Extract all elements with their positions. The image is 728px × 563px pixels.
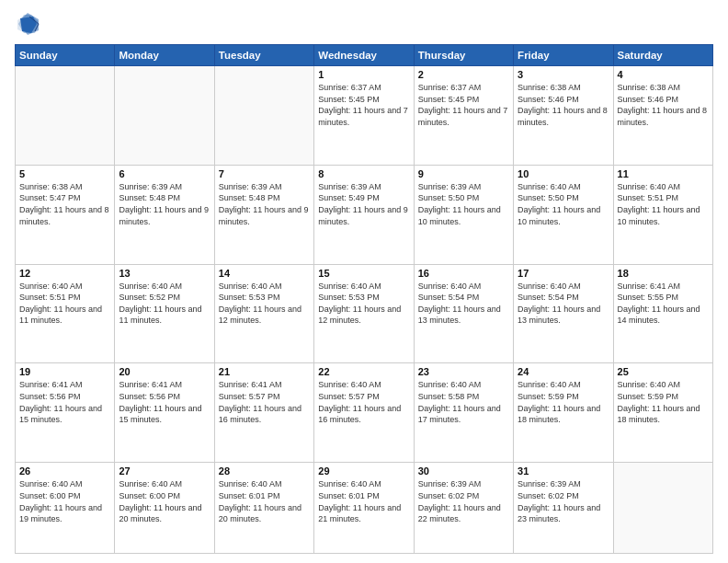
calendar-cell: 26Sunrise: 6:40 AM Sunset: 6:00 PM Dayli… xyxy=(16,463,115,554)
calendar-cell: 11Sunrise: 6:40 AM Sunset: 5:51 PM Dayli… xyxy=(613,165,712,264)
calendar-week-row: 12Sunrise: 6:40 AM Sunset: 5:51 PM Dayli… xyxy=(16,264,713,363)
day-number: 6 xyxy=(119,168,210,179)
calendar-cell: 4Sunrise: 6:38 AM Sunset: 5:46 PM Daylig… xyxy=(613,66,712,166)
day-number: 24 xyxy=(518,366,609,377)
calendar-cell: 19Sunrise: 6:41 AM Sunset: 5:56 PM Dayli… xyxy=(16,363,115,463)
day-info: Sunrise: 6:38 AM Sunset: 5:46 PM Dayligh… xyxy=(618,82,709,128)
calendar-cell xyxy=(16,66,115,166)
day-info: Sunrise: 6:40 AM Sunset: 5:59 PM Dayligh… xyxy=(618,379,709,425)
day-number: 12 xyxy=(19,268,110,279)
calendar-cell: 18Sunrise: 6:41 AM Sunset: 5:55 PM Dayli… xyxy=(613,264,712,363)
day-number: 22 xyxy=(318,366,409,377)
day-number: 21 xyxy=(219,366,310,377)
calendar-cell xyxy=(115,66,214,166)
day-info: Sunrise: 6:40 AM Sunset: 5:58 PM Dayligh… xyxy=(418,379,509,425)
calendar-cell: 6Sunrise: 6:39 AM Sunset: 5:48 PM Daylig… xyxy=(115,165,214,264)
calendar-cell: 2Sunrise: 6:37 AM Sunset: 5:45 PM Daylig… xyxy=(414,66,513,166)
day-number: 5 xyxy=(19,168,110,179)
calendar-cell: 17Sunrise: 6:40 AM Sunset: 5:54 PM Dayli… xyxy=(514,264,613,363)
calendar-cell: 1Sunrise: 6:37 AM Sunset: 5:45 PM Daylig… xyxy=(314,66,414,166)
day-number: 29 xyxy=(318,465,409,477)
day-number: 17 xyxy=(518,268,609,279)
calendar-cell: 10Sunrise: 6:40 AM Sunset: 5:50 PM Dayli… xyxy=(514,165,613,264)
calendar-week-row: 1Sunrise: 6:37 AM Sunset: 5:45 PM Daylig… xyxy=(16,66,713,166)
day-number: 23 xyxy=(418,366,509,377)
day-number: 11 xyxy=(618,168,709,179)
day-info: Sunrise: 6:38 AM Sunset: 5:46 PM Dayligh… xyxy=(518,82,609,128)
calendar-cell: 5Sunrise: 6:38 AM Sunset: 5:47 PM Daylig… xyxy=(16,165,115,264)
day-number: 26 xyxy=(19,465,110,477)
col-tuesday: Tuesday xyxy=(214,45,313,66)
calendar-cell xyxy=(613,463,712,554)
day-info: Sunrise: 6:41 AM Sunset: 5:56 PM Dayligh… xyxy=(119,379,210,425)
day-info: Sunrise: 6:40 AM Sunset: 5:57 PM Dayligh… xyxy=(318,379,409,425)
day-number: 3 xyxy=(518,69,609,80)
calendar-cell: 16Sunrise: 6:40 AM Sunset: 5:54 PM Dayli… xyxy=(414,264,513,363)
day-info: Sunrise: 6:40 AM Sunset: 5:51 PM Dayligh… xyxy=(19,281,110,327)
calendar-cell: 23Sunrise: 6:40 AM Sunset: 5:58 PM Dayli… xyxy=(414,363,513,463)
day-number: 8 xyxy=(318,168,409,179)
day-info: Sunrise: 6:40 AM Sunset: 5:54 PM Dayligh… xyxy=(418,281,509,327)
calendar-cell: 14Sunrise: 6:40 AM Sunset: 5:53 PM Dayli… xyxy=(214,264,313,363)
day-number: 30 xyxy=(418,465,509,477)
page: Sunday Monday Tuesday Wednesday Thursday… xyxy=(0,0,728,563)
logo-icon xyxy=(15,11,40,37)
day-info: Sunrise: 6:40 AM Sunset: 6:00 PM Dayligh… xyxy=(119,478,210,524)
day-info: Sunrise: 6:40 AM Sunset: 6:00 PM Dayligh… xyxy=(19,478,110,524)
calendar-cell: 29Sunrise: 6:40 AM Sunset: 6:01 PM Dayli… xyxy=(314,463,414,554)
day-info: Sunrise: 6:37 AM Sunset: 5:45 PM Dayligh… xyxy=(318,82,409,128)
day-info: Sunrise: 6:40 AM Sunset: 6:01 PM Dayligh… xyxy=(219,478,310,524)
calendar-cell: 7Sunrise: 6:39 AM Sunset: 5:48 PM Daylig… xyxy=(214,165,313,264)
day-info: Sunrise: 6:40 AM Sunset: 5:53 PM Dayligh… xyxy=(219,281,310,327)
calendar-cell: 20Sunrise: 6:41 AM Sunset: 5:56 PM Dayli… xyxy=(115,363,214,463)
col-sunday: Sunday xyxy=(16,45,115,66)
calendar-cell: 15Sunrise: 6:40 AM Sunset: 5:53 PM Dayli… xyxy=(314,264,414,363)
calendar-cell: 28Sunrise: 6:40 AM Sunset: 6:01 PM Dayli… xyxy=(214,463,313,554)
calendar-cell: 31Sunrise: 6:39 AM Sunset: 6:02 PM Dayli… xyxy=(514,463,613,554)
calendar-cell: 21Sunrise: 6:41 AM Sunset: 5:57 PM Dayli… xyxy=(214,363,313,463)
calendar-week-row: 19Sunrise: 6:41 AM Sunset: 5:56 PM Dayli… xyxy=(16,363,713,463)
day-info: Sunrise: 6:41 AM Sunset: 5:55 PM Dayligh… xyxy=(618,281,709,327)
day-info: Sunrise: 6:39 AM Sunset: 6:02 PM Dayligh… xyxy=(518,478,609,524)
day-info: Sunrise: 6:37 AM Sunset: 5:45 PM Dayligh… xyxy=(418,82,509,128)
day-info: Sunrise: 6:39 AM Sunset: 5:49 PM Dayligh… xyxy=(318,181,409,227)
day-info: Sunrise: 6:40 AM Sunset: 5:54 PM Dayligh… xyxy=(518,281,609,327)
calendar-cell: 13Sunrise: 6:40 AM Sunset: 5:52 PM Dayli… xyxy=(115,264,214,363)
day-info: Sunrise: 6:41 AM Sunset: 5:56 PM Dayligh… xyxy=(19,379,110,425)
day-number: 1 xyxy=(318,69,409,80)
day-number: 20 xyxy=(119,366,210,377)
col-wednesday: Wednesday xyxy=(314,45,414,66)
day-number: 4 xyxy=(618,69,709,80)
day-number: 2 xyxy=(418,69,509,80)
day-number: 27 xyxy=(119,465,210,477)
day-number: 31 xyxy=(518,465,609,477)
calendar-cell xyxy=(214,66,313,166)
col-saturday: Saturday xyxy=(613,45,712,66)
calendar-cell: 22Sunrise: 6:40 AM Sunset: 5:57 PM Dayli… xyxy=(314,363,414,463)
calendar-table: Sunday Monday Tuesday Wednesday Thursday… xyxy=(15,44,713,554)
calendar-week-row: 26Sunrise: 6:40 AM Sunset: 6:00 PM Dayli… xyxy=(16,463,713,554)
day-number: 16 xyxy=(418,268,509,279)
col-friday: Friday xyxy=(514,45,613,66)
day-number: 13 xyxy=(119,268,210,279)
day-number: 10 xyxy=(518,168,609,179)
day-number: 14 xyxy=(219,268,310,279)
day-info: Sunrise: 6:40 AM Sunset: 5:50 PM Dayligh… xyxy=(518,181,609,227)
calendar-cell: 27Sunrise: 6:40 AM Sunset: 6:00 PM Dayli… xyxy=(115,463,214,554)
day-info: Sunrise: 6:40 AM Sunset: 5:59 PM Dayligh… xyxy=(518,379,609,425)
day-info: Sunrise: 6:38 AM Sunset: 5:47 PM Dayligh… xyxy=(19,181,110,227)
day-info: Sunrise: 6:39 AM Sunset: 5:48 PM Dayligh… xyxy=(219,181,310,227)
calendar-cell: 9Sunrise: 6:39 AM Sunset: 5:50 PM Daylig… xyxy=(414,165,513,264)
calendar-cell: 12Sunrise: 6:40 AM Sunset: 5:51 PM Dayli… xyxy=(16,264,115,363)
day-number: 18 xyxy=(618,268,709,279)
day-number: 19 xyxy=(19,366,110,377)
day-info: Sunrise: 6:39 AM Sunset: 5:50 PM Dayligh… xyxy=(418,181,509,227)
day-info: Sunrise: 6:40 AM Sunset: 5:53 PM Dayligh… xyxy=(318,281,409,327)
day-number: 25 xyxy=(618,366,709,377)
day-info: Sunrise: 6:39 AM Sunset: 6:02 PM Dayligh… xyxy=(418,478,509,524)
day-info: Sunrise: 6:39 AM Sunset: 5:48 PM Dayligh… xyxy=(119,181,210,227)
day-number: 15 xyxy=(318,268,409,279)
day-info: Sunrise: 6:41 AM Sunset: 5:57 PM Dayligh… xyxy=(219,379,310,425)
day-number: 9 xyxy=(418,168,509,179)
day-info: Sunrise: 6:40 AM Sunset: 6:01 PM Dayligh… xyxy=(318,478,409,524)
